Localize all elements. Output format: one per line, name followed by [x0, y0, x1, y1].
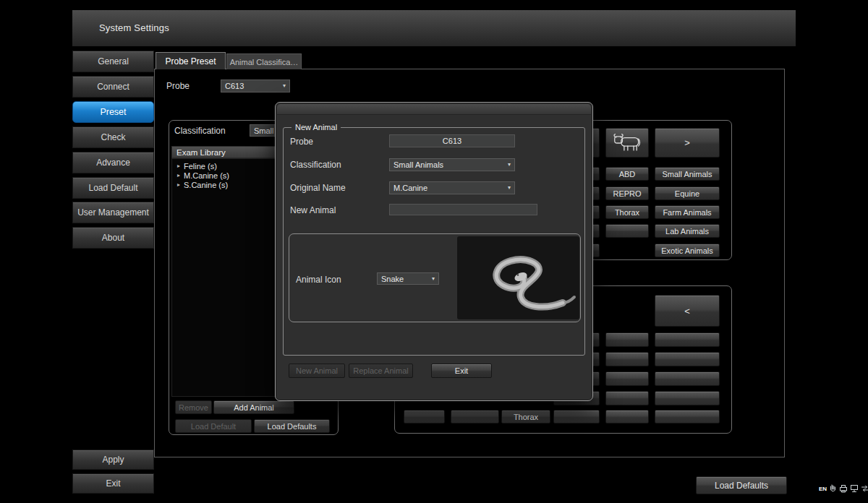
exam-slot-button[interactable] — [655, 391, 720, 405]
sidebar-item-about[interactable]: About — [72, 227, 154, 249]
exam-button-exotic-animals[interactable]: Exotic Animals — [655, 244, 720, 257]
dialog-probe-value: C613 — [389, 134, 515, 147]
exam-button-lab-animals[interactable]: Lab Animals — [655, 224, 720, 238]
printer-icon — [839, 484, 848, 493]
animal-preview — [457, 236, 579, 319]
original-name-label: Original Name — [290, 183, 346, 193]
new-animal-label: New Animal — [290, 205, 336, 215]
load-default-button[interactable]: Load Default — [175, 419, 252, 433]
tree-item-label: M.Canine (s) — [184, 171, 229, 180]
sidebar-item-load-default[interactable]: Load Default — [72, 177, 154, 199]
animal-icon-select[interactable]: Snake ▾ — [377, 272, 439, 285]
exam-slot-button[interactable] — [605, 332, 649, 347]
cow-icon — [611, 133, 643, 153]
dialog-titlebar — [277, 104, 591, 115]
group-title: New Animal — [292, 123, 341, 132]
probe-select-value: C613 — [225, 82, 244, 90]
titlebar: System Settings — [72, 10, 796, 46]
dialog-classification-label: Classification — [290, 160, 341, 170]
sidebar-item-user-management[interactable]: User Management — [72, 202, 154, 223]
new-animal-dialog: New Animal Probe C613 Classification Sma… — [275, 102, 593, 401]
hand-icon — [829, 484, 837, 493]
animal-icon-value: Snake — [381, 275, 404, 283]
probe-label: Probe — [166, 81, 190, 91]
chevron-down-icon: ▾ — [508, 162, 511, 168]
dialog-replace-animal-button[interactable]: Replace Animal — [349, 364, 413, 378]
animal-icon-label: Animal Icon — [296, 275, 341, 285]
dialog-exit-button[interactable]: Exit — [431, 364, 492, 378]
chevron-down-icon: ▾ — [432, 276, 435, 282]
sidebar-item-connect[interactable]: Connect — [72, 76, 154, 98]
snake-image — [457, 236, 579, 319]
exam-slot-button[interactable] — [605, 352, 649, 366]
probe-select[interactable]: C613 ▾ — [221, 79, 290, 93]
exam-slot-button[interactable] — [605, 371, 649, 386]
tree-expand-icon[interactable]: ▸ — [177, 163, 180, 169]
transfer-icon — [861, 484, 868, 493]
window-title: System Settings — [99, 22, 169, 33]
load-defaults-button[interactable]: Load Defaults — [254, 419, 330, 433]
exam-slot-button[interactable] — [655, 332, 720, 347]
tree-expand-icon[interactable]: ▸ — [177, 172, 180, 179]
sidebar-item-general[interactable]: General — [72, 51, 154, 72]
cow-icon-tile[interactable] — [605, 128, 649, 158]
sidebar-item-preset[interactable]: Preset — [72, 101, 154, 123]
tree-item-label: Feline (s) — [184, 162, 217, 171]
dialog-classification-select[interactable]: Small Animals ▾ — [389, 158, 515, 171]
sidebar-item-check[interactable]: Check — [72, 126, 154, 148]
footer-load-defaults-button[interactable]: Load Defaults — [696, 476, 787, 494]
tab-animal-classification[interactable]: Animal Classifica… — [226, 53, 302, 69]
exam-slot-button[interactable] — [404, 410, 445, 424]
language-indicator: EN — [819, 486, 827, 492]
tab-probe-preset[interactable]: Probe Preset — [156, 52, 226, 69]
exam-button-repro[interactable]: REPRO — [605, 186, 649, 200]
exam-button-equine[interactable]: Equine — [655, 186, 720, 200]
tree-item-label: S.Canine (s) — [184, 181, 228, 189]
original-name-value: M.Canine — [393, 184, 427, 192]
dialog-probe-label: Probe — [290, 137, 313, 147]
exam-slot-button[interactable] — [655, 410, 720, 424]
status-indicators: EN — [819, 484, 868, 493]
exam-slot-button[interactable] — [605, 224, 649, 238]
sidebar-item-advance[interactable]: Advance — [72, 152, 154, 173]
exam-button-thorax-available[interactable]: Thorax — [501, 410, 550, 424]
exam-button-farm-animals[interactable]: Farm Animals — [655, 205, 720, 219]
dialog-new-animal-button[interactable]: New Animal — [289, 364, 345, 378]
apply-button[interactable]: Apply — [72, 450, 154, 470]
exam-slot-button[interactable] — [553, 410, 600, 424]
exam-slot-button[interactable] — [451, 410, 499, 424]
exam-slot-button[interactable] — [655, 352, 720, 366]
new-animal-input[interactable] — [389, 204, 537, 215]
exam-slot-button[interactable] — [605, 391, 649, 405]
exam-button-abd[interactable]: ABD — [605, 167, 649, 181]
chevron-down-icon: ▾ — [508, 185, 511, 191]
move-right-button[interactable]: > — [655, 128, 720, 158]
remove-button[interactable]: Remove — [175, 400, 212, 414]
exam-slot-button[interactable] — [605, 410, 649, 424]
add-animal-button[interactable]: Add Animal — [213, 400, 294, 414]
exam-button-small-animals[interactable]: Small Animals — [655, 167, 720, 181]
screen: System Settings General Connect Preset C… — [0, 0, 868, 503]
original-name-select[interactable]: M.Canine ▾ — [389, 181, 515, 194]
network-icon — [850, 484, 859, 493]
classification-label: Classification — [174, 126, 226, 136]
exam-slot-button[interactable] — [655, 371, 720, 386]
move-left-button[interactable]: < — [655, 295, 720, 327]
dialog-classification-value: Small Animals — [393, 160, 443, 169]
tree-expand-icon[interactable]: ▸ — [177, 181, 180, 188]
sidebar-exit-button[interactable]: Exit — [72, 473, 154, 494]
chevron-down-icon: ▾ — [283, 83, 286, 89]
exam-button-thorax[interactable]: Thorax — [605, 205, 649, 219]
